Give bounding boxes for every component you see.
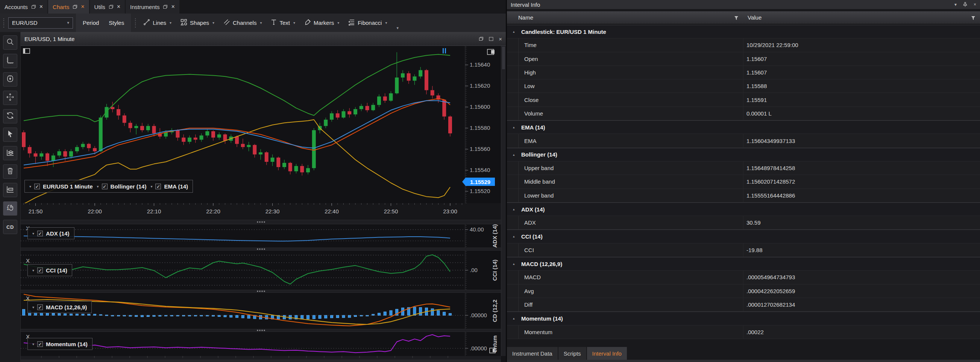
pointer-button[interactable] [3,128,17,142]
table-row[interactable]: Lower band1.15555164442886 [507,189,980,203]
table-row[interactable]: CCI-19.88 [507,244,980,257]
close-icon[interactable]: × [40,4,43,10]
float-window-icon[interactable] [31,5,36,9]
chevron-down-icon[interactable]: ▾ [97,184,99,188]
tab-accounts[interactable]: Accounts× [0,0,48,14]
group-row[interactable]: ▴ADX (14) [507,203,980,216]
pane-splitter[interactable] [21,220,501,224]
group-row[interactable]: ▴CCI (14) [507,230,980,243]
fibonacci-tool-button[interactable]: Fibonacci▾ [345,16,390,29]
collapse-arrow-icon[interactable]: ▴ [513,234,515,238]
group-row[interactable]: ▴EMA (14) [507,120,980,134]
close-icon[interactable]: × [117,4,120,10]
table-row[interactable]: High1.15607 [507,66,980,80]
shapes-tool-button[interactable]: Shapes▾ [177,16,218,29]
momentum-indicator-pane[interactable]: .00000entumX▾✓Momentum (14) [21,332,501,356]
checkbox[interactable]: ✓ [102,183,108,189]
filter-icon[interactable] [971,15,975,21]
collapse-arrow-icon[interactable]: ▴ [513,316,515,320]
chevron-down-icon[interactable]: ▾ [32,342,34,346]
checkbox[interactable]: ✓ [34,183,40,189]
panel-menu-icon[interactable]: ▾ [955,2,957,7]
collapse-arrow-icon[interactable]: ▴ [513,207,515,211]
float-window-icon[interactable] [109,5,114,9]
layers-button[interactable] [3,146,17,160]
table-row[interactable]: EMA1.15604349937133 [507,134,980,148]
checkbox[interactable]: ✓ [37,305,43,310]
table-row[interactable]: Middle band1.15602071428572 [507,175,980,188]
time-axis[interactable]: 21:5022:0022:1022:2022:3022:4022:5023:00 [21,203,501,220]
markers-tool-button[interactable]: Markers▾ [301,16,343,29]
table-row[interactable]: Time10/29/2021 22:59:00 [507,38,980,52]
checkbox[interactable]: ✓ [155,183,161,189]
float-window-icon[interactable] [163,5,168,9]
table-row[interactable]: Diff.000012702682134 [507,298,980,312]
pause-marker-icon[interactable] [442,48,446,53]
close-icon[interactable]: × [974,2,976,7]
group-row[interactable]: ▴Candlestick: EUR/USD 1 Minute [507,25,980,38]
axis-settings-button[interactable] [3,183,17,197]
filter-icon[interactable] [734,15,738,21]
close-icon[interactable]: × [499,36,502,42]
table-row[interactable]: Volume0.00001 L [507,107,980,120]
refresh-button[interactable] [3,109,17,123]
tab-charts[interactable]: Charts× [48,0,89,14]
group-row[interactable]: ▴Momentum (14) [507,312,980,325]
column-header-value[interactable]: Value [748,14,762,21]
table-row[interactable]: MACD.000054964734793 [507,271,980,284]
magnifier-button[interactable] [3,35,17,49]
pane-splitter[interactable] [21,329,501,332]
delete-button[interactable] [3,164,17,179]
tab-interval-info[interactable]: Interval Info [587,347,627,360]
close-pane-button[interactable]: X [24,257,31,264]
tab-instruments[interactable]: Instruments× [126,0,180,14]
checkbox[interactable]: ✓ [37,268,43,273]
one-click-button[interactable]: 1 [3,201,17,215]
group-row[interactable]: ▴MACD (12,26,9) [507,257,980,271]
axes-scale-button[interactable] [3,54,17,68]
adx-indicator-pane[interactable]: 40.00ADX (14)X▾✓ADX (14) [21,224,501,247]
text-tool-button[interactable]: Text▾ [267,16,299,29]
macd-indicator-pane[interactable]: .00000CD (12,2X▾✓MACD (12,26,9) [21,293,501,329]
collapse-arrow-icon[interactable]: ▴ [513,153,515,156]
vertical-scrollbar[interactable] [501,46,506,356]
close-pane-button[interactable]: X [24,295,31,301]
toolbar-grip-handle[interactable] [134,18,137,28]
instrument-select[interactable]: EUR/USD ▾ [8,17,73,29]
table-row[interactable]: Upper band1.15648978414258 [507,161,980,175]
horizontal-scrollbar[interactable] [21,356,501,362]
collapse-arrow-icon[interactable]: ▴ [513,30,515,33]
collapse-arrow-icon[interactable]: ▴ [513,262,515,266]
tab-instrument-data[interactable]: Instrument Data [507,347,558,360]
tab-scripts[interactable]: Scripts [558,347,586,360]
maximize-icon[interactable] [489,37,493,41]
toolbar-overflow-button[interactable]: ▾ [393,24,402,32]
scrollbar-track[interactable] [21,360,501,362]
close-icon[interactable]: × [81,4,84,10]
checkbox[interactable]: ✓ [37,231,43,236]
channels-tool-button[interactable]: Channels▾ [220,16,265,29]
column-header-name[interactable]: Name [518,14,533,21]
chevron-down-icon[interactable]: ▾ [32,305,34,309]
tab-utils[interactable]: Utils× [90,0,125,14]
pane-splitter[interactable] [21,290,501,293]
pan-button[interactable] [3,91,17,105]
chevron-down-icon[interactable]: ▾ [32,268,34,273]
styles-button[interactable]: Styles [109,19,124,26]
table-row[interactable]: Open1.15607 [507,52,980,66]
chevron-down-icon[interactable]: ▾ [150,184,152,188]
float-window-icon[interactable] [479,37,484,41]
main-price-chart[interactable]: 1.156401.156201.156001.155801.155601.155… [21,46,501,203]
close-icon[interactable]: × [171,4,175,10]
chevron-down-icon[interactable]: ▾ [32,231,34,236]
pane-splitter[interactable] [21,247,501,250]
lines-tool-button[interactable]: Lines▾ [140,16,175,29]
value-tracker-button[interactable] [3,72,17,86]
table-row[interactable]: ADX30.59 [507,216,980,230]
toolbar-grip-handle[interactable] [2,18,5,28]
table-row[interactable]: Close1.15591 [507,93,980,107]
chevron-down-icon[interactable]: ▾ [29,184,31,188]
table-row[interactable]: Low1.15588 [507,80,980,93]
pin-icon[interactable] [963,2,967,7]
period-button[interactable]: Period [83,19,99,26]
